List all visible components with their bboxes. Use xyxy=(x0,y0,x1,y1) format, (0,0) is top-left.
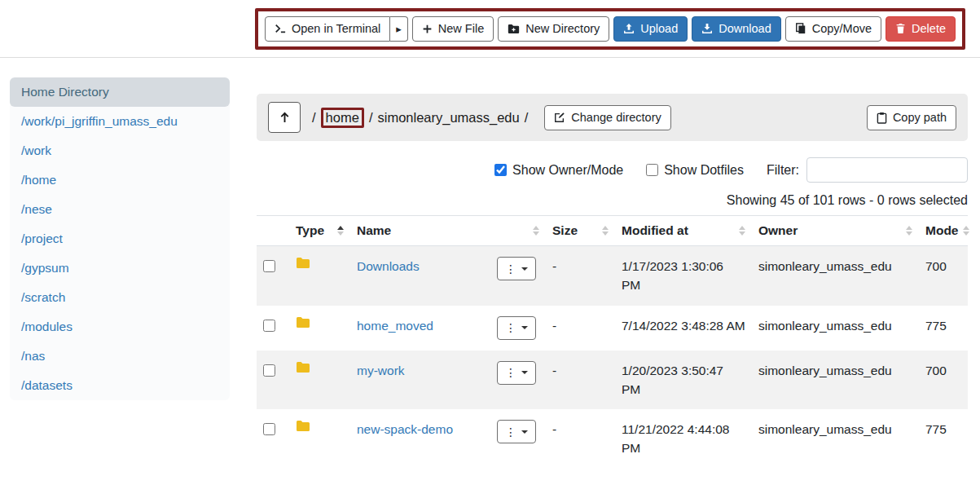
path-segment-home[interactable]: home xyxy=(326,110,359,125)
file-owner: simonleary_umass_edu xyxy=(752,246,919,306)
current-path: / home / simonleary_umass_edu / xyxy=(312,108,528,128)
file-mode: 775 xyxy=(919,409,968,469)
row-select-checkbox[interactable] xyxy=(263,364,275,377)
delete-button[interactable]: Delete xyxy=(886,16,956,42)
open-in-terminal-label: Open in Terminal xyxy=(292,22,380,35)
column-header-mode[interactable]: Mode xyxy=(919,216,968,246)
sidebar-item-label: /scratch xyxy=(21,290,65,304)
change-directory-label: Change directory xyxy=(571,111,661,124)
copy-path-button[interactable]: Copy path xyxy=(867,105,956,130)
new-directory-button[interactable]: New Directory xyxy=(498,16,609,42)
column-header-label: Size xyxy=(552,223,578,238)
upload-icon xyxy=(623,23,635,34)
row-actions-dropdown[interactable]: ⋮ xyxy=(497,316,536,340)
show-dotfiles-checkbox[interactable] xyxy=(646,164,658,176)
filter-label: Filter: xyxy=(767,163,799,178)
sidebar-item-project[interactable]: /project xyxy=(10,224,230,254)
sidebar-item-work-pi-jgriffin-umass-edu[interactable]: /work/pi_jgriffin_umass_edu xyxy=(10,107,230,136)
folder-icon xyxy=(296,257,344,269)
row-actions-dropdown[interactable]: ⋮ xyxy=(497,257,536,280)
file-row: my-work ⋮ - 1/20/2023 3:50:47 PM simonle… xyxy=(257,351,968,410)
file-owner: simonleary_umass_edu xyxy=(752,306,919,351)
kebab-menu-icon: ⋮ xyxy=(505,425,516,439)
column-header-name[interactable]: Name xyxy=(350,216,546,246)
row-actions-dropdown[interactable]: ⋮ xyxy=(497,361,536,385)
top-header: Open in Terminal ▸ New File New Director… xyxy=(0,0,980,58)
column-header-label: Type xyxy=(296,223,324,238)
open-in-terminal-dropdown-toggle[interactable]: ▸ xyxy=(390,16,408,42)
file-table: Type Name Size Modified at Owner xyxy=(257,215,968,469)
favorites-sidebar: Home Directory /work/pi_jgriffin_umass_e… xyxy=(10,77,230,400)
file-owner: simonleary_umass_edu xyxy=(752,409,919,469)
file-modified: 11/21/2022 4:44:08 PM xyxy=(615,409,752,469)
sort-icons xyxy=(602,226,609,236)
file-name-link[interactable]: Downloads xyxy=(357,259,420,273)
sidebar-item-modules[interactable]: /modules xyxy=(10,312,230,342)
file-browser-main: / home / simonleary_umass_edu / Change d… xyxy=(257,77,968,469)
file-mode: 775 xyxy=(919,306,968,351)
row-actions-dropdown[interactable]: ⋮ xyxy=(497,420,536,443)
sidebar-item-label: /nese xyxy=(21,202,52,216)
file-owner: simonleary_umass_edu xyxy=(752,351,919,410)
column-header-modified-at[interactable]: Modified at xyxy=(615,216,752,246)
annotation-box-home: home xyxy=(321,108,364,128)
file-table-body: Downloads ⋮ - 1/17/2023 1:30:06 PM simon… xyxy=(257,246,968,469)
file-name-link[interactable]: new-spack-demo xyxy=(357,422,453,436)
sidebar-item-datasets[interactable]: /datasets xyxy=(10,371,230,400)
file-name-link[interactable]: my-work xyxy=(357,364,405,377)
plus-icon xyxy=(422,24,433,34)
sidebar-item-nas[interactable]: /nas xyxy=(10,342,230,371)
terminal-icon xyxy=(275,23,286,34)
path-slash: / xyxy=(369,110,373,126)
sidebar-item-nese[interactable]: /nese xyxy=(10,195,230,224)
trash-icon xyxy=(895,23,906,34)
sidebar-item-work[interactable]: /work xyxy=(10,136,230,165)
file-modified: 1/20/2023 3:50:47 PM xyxy=(615,351,752,410)
upload-label: Upload xyxy=(640,22,678,35)
folder-plus-icon xyxy=(508,24,520,34)
row-select-checkbox[interactable] xyxy=(263,260,275,272)
copy-move-button[interactable]: Copy/Move xyxy=(785,16,881,42)
column-header-label: Modified at xyxy=(622,223,688,238)
new-file-label: New File xyxy=(438,22,484,35)
file-size: - xyxy=(546,306,615,351)
sidebar-item-gypsum[interactable]: /gypsum xyxy=(10,254,230,283)
sidebar-item-scratch[interactable]: /scratch xyxy=(10,283,230,312)
copy-icon xyxy=(795,23,806,34)
show-dotfiles-toggle[interactable]: Show Dotfiles xyxy=(646,163,744,178)
column-header-type[interactable]: Type xyxy=(289,216,350,246)
arrow-up-icon xyxy=(279,111,291,124)
open-in-terminal-button[interactable]: Open in Terminal xyxy=(265,16,390,42)
filter-input[interactable] xyxy=(806,157,968,183)
path-slash: / xyxy=(312,110,316,126)
row-select-checkbox[interactable] xyxy=(263,423,275,435)
go-up-directory-button[interactable] xyxy=(268,102,301,133)
delete-label: Delete xyxy=(912,22,946,35)
sidebar-item-home[interactable]: /home xyxy=(10,165,230,195)
column-header-owner[interactable]: Owner xyxy=(752,216,919,246)
path-segment-user[interactable]: simonleary_umass_edu xyxy=(377,110,519,126)
folder-icon xyxy=(296,316,344,328)
column-header-size[interactable]: Size xyxy=(546,216,615,246)
upload-button[interactable]: Upload xyxy=(613,16,688,42)
show-owner-mode-checkbox[interactable] xyxy=(494,164,507,176)
kebab-menu-icon: ⋮ xyxy=(505,366,516,379)
row-select-checkbox[interactable] xyxy=(263,320,275,332)
download-label: Download xyxy=(719,22,771,35)
sidebar-item-home-directory[interactable]: Home Directory xyxy=(10,77,230,107)
sort-icons xyxy=(963,226,969,236)
download-icon xyxy=(701,23,713,34)
annotation-box-toolbar: Open in Terminal ▸ New File New Director… xyxy=(255,8,965,50)
rows-status-text: Showing 45 of 101 rows - 0 rows selected xyxy=(257,193,968,208)
edit-icon xyxy=(554,112,565,123)
column-header-label: Owner xyxy=(758,223,798,238)
show-owner-mode-toggle[interactable]: Show Owner/Mode xyxy=(494,163,623,178)
file-name-link[interactable]: home_moved xyxy=(357,319,433,333)
new-file-button[interactable]: New File xyxy=(412,16,494,42)
show-dotfiles-label: Show Dotfiles xyxy=(664,163,744,178)
path-slash: / xyxy=(525,110,529,126)
change-directory-button[interactable]: Change directory xyxy=(544,105,670,130)
file-mode: 700 xyxy=(919,246,968,306)
download-button[interactable]: Download xyxy=(692,16,781,42)
caret-down-icon xyxy=(521,326,528,329)
